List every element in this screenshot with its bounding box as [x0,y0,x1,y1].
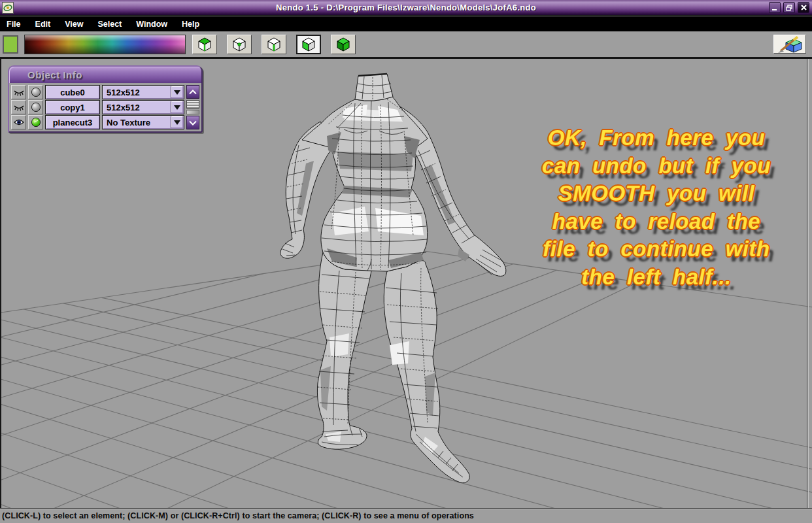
texture-dropdown[interactable]: 512x512 [102,100,184,114]
texture-dropdown[interactable]: No Texture [102,115,184,129]
object-name-button[interactable]: planecut3 [45,115,100,129]
app-window: Nendo 1.5 - D:\Program Files\Izware\Nend… [0,0,812,523]
annotation-line: the left half... [513,263,800,292]
material-sphere-gray-icon[interactable] [28,100,43,114]
dropdown-arrow-icon[interactable] [171,101,183,113]
texture-value: No Texture [107,118,150,127]
status-text: (CLICK-L) to select an element; (CLICK-M… [2,511,474,520]
object-name-button[interactable]: cube0 [45,85,100,99]
object-list-scrollbar [186,85,199,129]
material-paint-button[interactable] [773,35,806,54]
texture-dropdown[interactable]: 512x512 [102,85,184,99]
annotation-line: SMOOTH you will [513,180,800,208]
visibility-toggle-closed-eye-icon[interactable] [11,100,26,114]
viewport-border-highlight [808,59,809,508]
texture-value: 512x512 [107,103,140,112]
window-title: Nendo 1.5 - D:\Program Files\Izware\Nend… [0,3,812,12]
object-row-planecut3: planecut3 No Texture [11,115,184,129]
dropdown-arrow-icon[interactable] [171,86,183,98]
menu-view[interactable]: View [63,18,84,30]
minimize-button[interactable] [769,2,781,13]
visibility-toggle-closed-eye-icon[interactable] [11,85,26,99]
texture-value: 512x512 [107,88,140,97]
dropdown-arrow-icon[interactable] [171,116,183,128]
toolbar [0,31,812,59]
object-row-copy1: copy1 512x512 [11,100,184,114]
annotation-line: have to reload the [513,208,800,236]
object-info-titlebar[interactable]: Object Info [9,67,201,83]
mode-button-object[interactable] [331,35,356,54]
material-sphere-green-icon[interactable] [28,115,43,129]
annotation-text: OK, From here you can undo but if you SM… [513,124,800,291]
scrollbar-thumb[interactable] [186,100,199,109]
current-color-swatch[interactable] [3,35,18,54]
mode-button-edge[interactable] [262,35,286,54]
menu-edit[interactable]: Edit [34,18,52,30]
object-info-title: Object Info [27,69,82,80]
restore-button[interactable] [783,2,795,13]
scrollbar-track[interactable] [186,110,199,114]
annotation-line: can undo but if you [513,152,800,180]
mode-button-face[interactable] [296,35,321,54]
material-sphere-gray-icon[interactable] [28,85,43,99]
annotation-line: file to continue with [513,235,800,263]
visibility-toggle-open-eye-icon[interactable] [11,115,26,129]
mode-button-vertex[interactable] [227,35,252,54]
annotation-line: OK, From here you [513,124,800,152]
mode-button-cube-top[interactable] [192,35,217,54]
close-button[interactable] [798,2,809,13]
menu-file[interactable]: File [5,18,22,30]
scroll-down-icon[interactable] [186,116,199,129]
scroll-up-icon[interactable] [186,85,199,99]
status-bar: (CLICK-L) to select an element; (CLICK-M… [0,508,812,523]
viewport-border-line [807,59,807,508]
title-bar[interactable]: Nendo 1.5 - D:\Program Files\Izware\Nend… [0,0,812,16]
object-info-panel: Object Info cube0 512x512 [8,65,203,133]
menu-bar: File Edit View Select Window Help [0,16,812,31]
menu-select[interactable]: Select [96,18,123,30]
model-wireframe [280,74,506,482]
color-spectrum-picker[interactable] [24,35,186,54]
menu-help[interactable]: Help [180,18,201,30]
object-row-cube0: cube0 512x512 [11,85,184,99]
menu-window[interactable]: Window [135,18,169,30]
viewport-3d[interactable]: OK, From here you can undo but if you SM… [0,59,812,508]
object-name-button[interactable]: copy1 [45,100,100,114]
